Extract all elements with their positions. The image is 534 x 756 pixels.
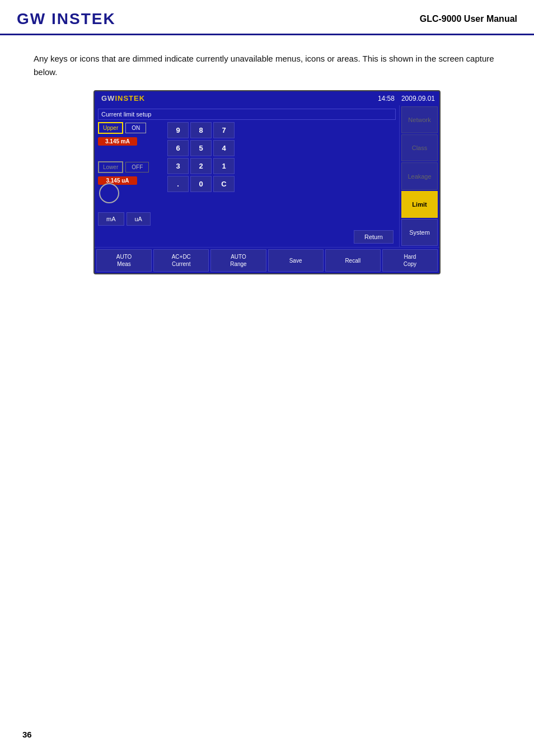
- num-2[interactable]: 2: [190, 158, 212, 174]
- func-hard-copy[interactable]: HardCopy: [382, 249, 438, 272]
- logo-gw: GW: [17, 10, 46, 27]
- value-ma: 3.145 mA: [98, 137, 137, 146]
- device-funcbar: AUTOMeas AC+DCCurrent AUTORange Save Rec…: [95, 247, 439, 273]
- num-3[interactable]: 3: [167, 158, 189, 174]
- main-content-row: Upper ON 3.145 mA Lower OFF 3.145 uA: [98, 122, 396, 226]
- value-ua: 3.145 uA: [98, 176, 137, 185]
- logo-instek: INSTEK: [46, 10, 115, 27]
- body-text: Any keys or icons that are dimmed indica…: [34, 52, 500, 79]
- on-button[interactable]: ON: [125, 123, 146, 133]
- num-8[interactable]: 8: [190, 122, 212, 138]
- ma-button[interactable]: mA: [98, 212, 124, 226]
- lower-row: Lower OFF: [98, 161, 165, 173]
- num-1[interactable]: 1: [213, 158, 235, 174]
- off-button[interactable]: OFF: [125, 162, 149, 172]
- upper-button[interactable]: Upper: [98, 122, 123, 134]
- device-logo-gw: GW: [101, 94, 115, 102]
- num-6[interactable]: 6: [167, 140, 189, 156]
- return-row: Return: [98, 230, 396, 244]
- device-datetime: 14:58 2009.09.01: [378, 95, 435, 102]
- device-time: 14:58: [378, 95, 395, 102]
- num-4[interactable]: 4: [213, 140, 235, 156]
- num-dot[interactable]: .: [167, 176, 189, 192]
- left-controls: Upper ON 3.145 mA Lower OFF 3.145 uA: [98, 122, 165, 226]
- upper-row: Upper ON: [98, 122, 165, 134]
- device-screenshot: GWINSTEK 14:58 2009.09.01 Current limit …: [93, 90, 441, 274]
- lower-button[interactable]: Lower: [98, 161, 123, 173]
- page-number: 36: [22, 730, 32, 739]
- ua-button[interactable]: uA: [127, 212, 151, 226]
- device-sidebar: Network Class Leakage Limit System: [399, 105, 439, 247]
- gwinstek-logo: GW INSTEK: [17, 10, 116, 28]
- func-save[interactable]: Save: [268, 249, 324, 272]
- device-main: Current limit setup Upper ON 3.145 mA Lo…: [95, 105, 439, 247]
- func-ac-dc-current[interactable]: AC+DCCurrent: [153, 249, 209, 272]
- num-9[interactable]: 9: [167, 122, 189, 138]
- func-auto-range[interactable]: AUTORange: [210, 249, 266, 272]
- manual-title: GLC-9000 User Manual: [420, 14, 517, 24]
- numpad: 9 8 7 6 5 4 3 2 1 . 0 C: [167, 122, 235, 192]
- num-7[interactable]: 7: [213, 122, 235, 138]
- device-date: 2009.09.01: [401, 95, 435, 102]
- device-logo-instek: INSTEK: [115, 94, 145, 102]
- sidebar-limit[interactable]: Limit: [401, 191, 438, 218]
- sidebar-network[interactable]: Network: [401, 106, 438, 133]
- func-recall[interactable]: Recall: [325, 249, 381, 272]
- num-c[interactable]: C: [213, 176, 235, 192]
- device-topbar: GWINSTEK 14:58 2009.09.01: [95, 91, 439, 105]
- ma-ua-row: mA uA: [98, 212, 165, 226]
- device-left-panel: Current limit setup Upper ON 3.145 mA Lo…: [95, 105, 399, 247]
- lower-circle-indicator: [99, 183, 119, 203]
- sidebar-system[interactable]: System: [401, 219, 438, 246]
- func-auto-meas[interactable]: AUTOMeas: [96, 249, 152, 272]
- device-logo: GWINSTEK: [99, 94, 147, 103]
- num-0[interactable]: 0: [190, 176, 212, 192]
- sidebar-class[interactable]: Class: [401, 134, 438, 161]
- page-header: GW INSTEK GLC-9000 User Manual: [0, 0, 534, 35]
- num-5[interactable]: 5: [190, 140, 212, 156]
- setup-header: Current limit setup: [98, 109, 396, 120]
- return-button[interactable]: Return: [354, 230, 394, 244]
- sidebar-leakage[interactable]: Leakage: [401, 162, 438, 189]
